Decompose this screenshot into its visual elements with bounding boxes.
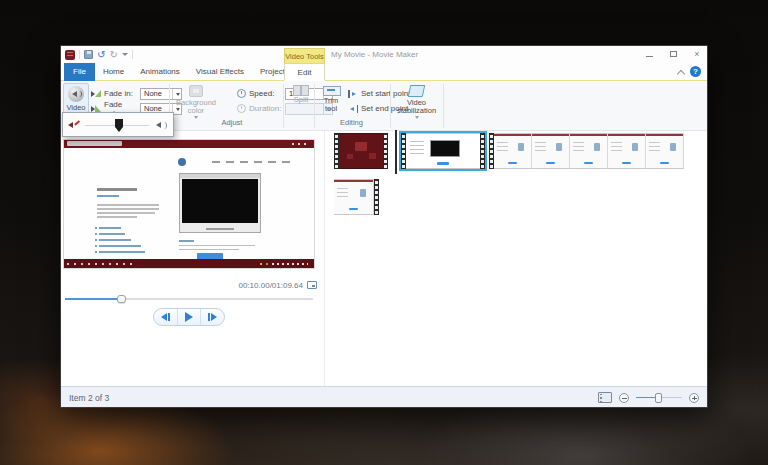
collapse-ribbon-icon[interactable] [678, 69, 685, 74]
webpage-nav-links [212, 161, 296, 163]
clip-3-frame [570, 133, 608, 169]
status-bar: Item 2 of 3 [61, 386, 707, 407]
tab-edit[interactable]: Edit [284, 63, 325, 81]
filmstrip-edge [383, 133, 388, 169]
clip-3-frame [608, 133, 646, 169]
background-color-icon [189, 85, 203, 97]
window-title: My Movie - Movie Maker [331, 50, 418, 59]
tab-file[interactable]: File [64, 63, 95, 81]
movie-maker-app-icon[interactable] [65, 50, 75, 60]
webpage-screenshot [179, 173, 261, 233]
editing-group-label: Editing [314, 118, 389, 127]
clip-3-frame [646, 133, 684, 169]
webpage-logo [178, 158, 186, 166]
speaker-icon [68, 86, 84, 102]
pane-divider [324, 131, 325, 388]
zoom-slider-thumb[interactable] [655, 393, 662, 403]
previous-frame-button[interactable] [154, 309, 178, 325]
fullscreen-icon[interactable] [307, 281, 317, 289]
preview-monitor[interactable] [63, 139, 315, 269]
chevron-down-icon [415, 116, 419, 119]
clip-2-thumbnail [406, 133, 480, 169]
video-frame-webpage [64, 148, 314, 260]
playhead[interactable] [395, 130, 397, 174]
split-button[interactable]: Split [287, 83, 315, 127]
clip-1[interactable] [334, 133, 388, 169]
clip-3-frame [334, 179, 374, 215]
tab-visual-effects[interactable]: Visual Effects [188, 63, 252, 81]
video-frame-taskbar [64, 259, 314, 268]
clip-1-thumbnail [339, 133, 383, 169]
filmstrip-edge [480, 133, 485, 169]
minimize-button[interactable] [643, 49, 655, 59]
video-stabilization-icon [408, 85, 426, 97]
contextual-tab-group-label: Video Tools [284, 48, 325, 63]
clip-3-frame [494, 133, 532, 169]
next-frame-button[interactable] [201, 309, 224, 325]
undo-icon[interactable]: ↺ [97, 50, 105, 59]
set-start-point-icon [348, 90, 358, 98]
video-frame-browser-titlebar [64, 140, 314, 148]
qat-separator [132, 50, 133, 59]
window-controls: × [643, 48, 703, 60]
speed-label: Speed: [249, 89, 282, 98]
duration-label: Duration: [249, 104, 282, 113]
tab-animations[interactable]: Animations [132, 63, 188, 81]
volume-slider-popup [62, 112, 174, 137]
seek-thumb[interactable] [117, 295, 126, 303]
mute-speaker-icon[interactable] [68, 120, 80, 131]
speed-icon [237, 89, 246, 98]
zoom-in-icon[interactable] [689, 393, 699, 403]
timeline-zoom-slider[interactable] [636, 392, 682, 404]
webpage-heading [97, 188, 137, 191]
close-button[interactable]: × [691, 49, 703, 59]
group-separator [443, 84, 444, 128]
background-color-label: Background color [173, 99, 219, 115]
transport-controls [153, 308, 225, 326]
redo-icon[interactable]: ↻ [109, 50, 117, 59]
clip-3-continued[interactable] [334, 179, 379, 215]
video-stabilization-label: Video stabilization [393, 99, 440, 115]
group-separator [390, 84, 391, 128]
maximize-button[interactable] [667, 49, 679, 59]
duration-icon [237, 104, 246, 113]
group-separator [283, 84, 284, 128]
fade-in-icon [91, 89, 101, 98]
fade-in-value: None [144, 89, 162, 98]
save-icon[interactable] [84, 50, 93, 59]
volume-slider-thumb[interactable] [115, 119, 123, 132]
fade-in-label: Fade in: [104, 89, 137, 98]
webpage-subheading [97, 195, 119, 197]
filmstrip-edge [374, 179, 379, 215]
split-icon [293, 85, 309, 94]
desktop-background: ↺ ↻ Video Tools My Movie - Movie Maker ×… [0, 0, 768, 465]
ribbon-tab-row: File Home Animations Visual Effects Proj… [61, 63, 707, 81]
trim-tool-icon [323, 85, 339, 95]
content-area: 00:10.00/01:09.64 [61, 131, 707, 388]
zoom-out-icon[interactable] [619, 393, 629, 403]
movie-maker-window: ↺ ↻ Video Tools My Movie - Movie Maker ×… [60, 45, 708, 408]
item-count-text: Item 2 of 3 [69, 393, 109, 403]
tab-home[interactable]: Home [95, 63, 132, 81]
seek-fill [65, 298, 121, 300]
loud-speaker-icon[interactable] [156, 120, 168, 131]
seek-bar[interactable] [65, 294, 313, 304]
clip-2-selected[interactable] [399, 131, 487, 171]
set-end-point-icon [348, 105, 358, 113]
adjust-group-label: Adjust [173, 118, 291, 127]
storyboard-pane[interactable] [328, 131, 707, 388]
thumbnail-size-icon[interactable] [598, 392, 612, 403]
clip-3-frame [532, 133, 570, 169]
clip-3[interactable] [489, 133, 684, 169]
help-icon[interactable]: ? [690, 66, 701, 77]
quick-access-toolbar: ↺ ↻ [65, 49, 133, 60]
playback-time: 00:10.00/01:09.64 [238, 281, 303, 290]
split-label: Split [287, 96, 315, 104]
video-stabilization-button[interactable]: Video stabilization [393, 83, 440, 127]
play-button[interactable] [178, 309, 202, 325]
titlebar: ↺ ↻ Video Tools My Movie - Movie Maker × [61, 46, 707, 63]
qat-separator [79, 50, 80, 59]
trim-tool-label: Trim tool [317, 97, 345, 113]
qat-dropdown-icon[interactable] [122, 53, 128, 56]
